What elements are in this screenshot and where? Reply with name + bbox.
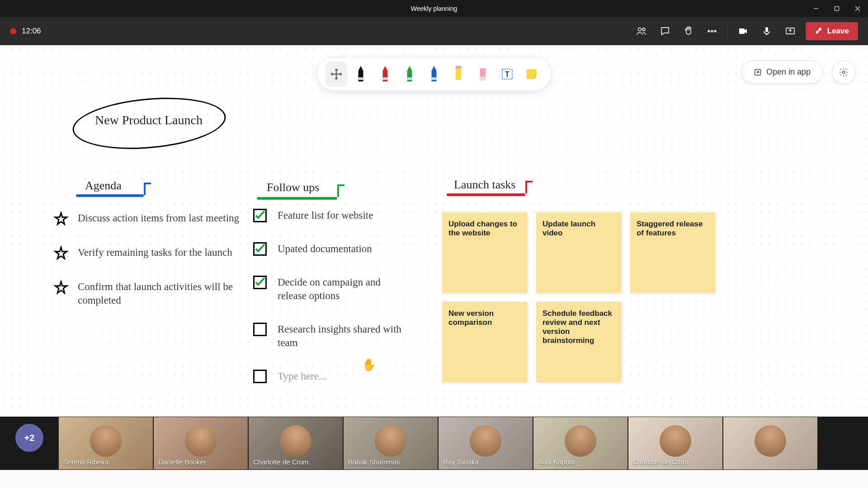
participant-tile[interactable]: Danielle Booker xyxy=(154,417,248,469)
pen-green-icon[interactable] xyxy=(399,61,420,87)
checkbox-unchecked-icon[interactable] xyxy=(253,370,267,383)
pen-black-icon[interactable] xyxy=(350,61,372,87)
followup-text: Upated documentation xyxy=(278,242,372,256)
board-title[interactable]: New Product Launch xyxy=(95,113,203,127)
sticky-text: New version comparison xyxy=(448,309,494,327)
share-screen-icon[interactable] xyxy=(778,21,802,41)
svg-point-8 xyxy=(714,30,716,32)
title-bar: Weekly planning xyxy=(0,0,868,17)
followup-item[interactable]: Decide on campaign and release options xyxy=(253,276,411,303)
window-controls xyxy=(806,0,868,17)
participant-tile[interactable]: Charlotte de Crum xyxy=(249,417,343,469)
svg-rect-9 xyxy=(765,27,768,32)
followup-item[interactable]: Upated documentation xyxy=(253,242,411,256)
sticky-note[interactable]: Update launch video xyxy=(536,212,621,293)
open-in-app-button[interactable]: Open in app xyxy=(741,61,823,84)
settings-button[interactable] xyxy=(832,61,855,84)
whiteboard-canvas[interactable]: T Open in app New Product Launch Agenda … xyxy=(0,45,868,417)
followup-placeholder[interactable]: Type here... xyxy=(278,370,326,383)
raise-hand-icon[interactable] xyxy=(677,21,700,41)
people-icon[interactable] xyxy=(630,21,653,41)
camera-icon[interactable] xyxy=(731,21,755,41)
agenda-underline xyxy=(76,194,144,197)
followup-text: Research insights shared with team xyxy=(278,323,411,350)
microphone-icon[interactable] xyxy=(755,21,778,41)
svg-rect-12 xyxy=(383,77,388,80)
svg-rect-1 xyxy=(835,7,839,11)
participant-strip: +2 Serena Ribeira Danielle Booker Charlo… xyxy=(0,417,868,470)
agenda-heading[interactable]: Agenda xyxy=(85,179,122,192)
agenda-item[interactable]: Discuss action items from last meeting xyxy=(53,211,243,227)
agenda-item[interactable]: Confirm that launch activities will be c… xyxy=(53,280,243,307)
participant-tile[interactable]: Charlotte de Crum xyxy=(628,417,722,469)
star-bullet-icon xyxy=(53,211,69,227)
svg-rect-11 xyxy=(359,77,363,80)
participant-name: Charlotte de Crum xyxy=(253,458,309,466)
svg-rect-13 xyxy=(407,77,412,80)
svg-point-4 xyxy=(638,28,641,31)
followup-item[interactable]: Research insights shared with team xyxy=(253,323,411,350)
avatar xyxy=(660,425,691,457)
followup-new-item[interactable]: Type here... xyxy=(253,370,411,383)
svg-point-7 xyxy=(711,30,713,32)
sticky-note-tool-icon[interactable] xyxy=(521,61,542,87)
sticky-note[interactable]: New version comparison xyxy=(442,302,527,382)
checkbox-unchecked-icon[interactable] xyxy=(253,323,267,336)
eraser-icon[interactable] xyxy=(472,61,494,87)
launch-tasks-heading[interactable]: Launch tasks xyxy=(454,178,515,192)
svg-rect-16 xyxy=(456,66,462,68)
participant-tile[interactable]: Aadi Kapoor xyxy=(533,417,627,469)
move-tool-icon[interactable] xyxy=(326,61,347,87)
leave-button[interactable]: Leave xyxy=(806,22,858,40)
agenda-item[interactable]: Verify remaining tasks for the launch xyxy=(53,246,243,261)
sticky-note[interactable]: Upload changes to the website xyxy=(442,212,527,293)
chat-icon[interactable] xyxy=(653,21,677,41)
leave-label: Leave xyxy=(827,27,849,36)
checkbox-checked-icon[interactable] xyxy=(253,242,267,256)
pen-red-icon[interactable] xyxy=(374,61,396,87)
participant-tile[interactable] xyxy=(723,417,817,469)
agenda-list: Discuss action items from last meeting V… xyxy=(53,211,243,326)
recording-time: 12:06 xyxy=(22,27,41,36)
agenda-text: Verify remaining tasks for the launch xyxy=(78,246,232,261)
sticky-text: Update launch video xyxy=(542,220,595,237)
checkbox-checked-icon[interactable] xyxy=(253,209,267,222)
more-options-icon[interactable] xyxy=(700,21,724,41)
participant-tile[interactable]: Ray Tanaka xyxy=(439,417,533,469)
followups-list: Feature list for website Upated document… xyxy=(253,209,411,403)
launch-tasks-corner xyxy=(525,181,527,193)
highlighter-yellow-icon[interactable] xyxy=(448,61,469,87)
text-tool-icon[interactable]: T xyxy=(496,61,518,87)
pen-blue-icon[interactable] xyxy=(423,61,445,87)
avatar xyxy=(470,425,501,457)
participant-name: Babak Shammas xyxy=(348,458,400,466)
recording-indicator-icon xyxy=(10,28,16,34)
agenda-text: Confirm that launch activities will be c… xyxy=(78,280,243,307)
sticky-note[interactable]: Schedule feedback review and next versio… xyxy=(536,302,621,382)
participant-tile[interactable]: Babak Shammas xyxy=(344,417,438,469)
sticky-text: Upload changes to the website xyxy=(448,220,517,237)
maximize-button[interactable] xyxy=(826,0,847,17)
sticky-text: Staggered release of features xyxy=(637,220,703,237)
star-bullet-icon xyxy=(53,280,69,296)
minimize-button[interactable] xyxy=(806,0,826,17)
checkbox-checked-icon[interactable] xyxy=(253,276,267,289)
participant-name: Danielle Booker xyxy=(158,458,206,466)
whiteboard-toolbar: T xyxy=(317,58,551,90)
avatar xyxy=(90,425,122,457)
followups-corner xyxy=(337,184,339,197)
svg-rect-18 xyxy=(480,76,486,80)
participant-name: Ray Tanaka xyxy=(443,458,479,466)
svg-rect-14 xyxy=(432,77,437,80)
sticky-text: Schedule feedback review and next versio… xyxy=(542,309,612,345)
participant-tile[interactable]: Serena Ribeira xyxy=(59,417,153,469)
followup-item[interactable]: Feature list for website xyxy=(253,209,411,222)
participant-name: Serena Ribeira xyxy=(63,458,108,466)
avatar xyxy=(755,425,786,457)
avatar xyxy=(375,425,406,457)
followups-heading[interactable]: Follow ups xyxy=(267,181,319,194)
sticky-note[interactable]: Staggered release of features xyxy=(630,212,715,293)
more-participants-badge[interactable]: +2 xyxy=(15,424,43,452)
close-button[interactable] xyxy=(847,0,868,17)
participant-name: Aadi Kapoor xyxy=(538,458,576,466)
